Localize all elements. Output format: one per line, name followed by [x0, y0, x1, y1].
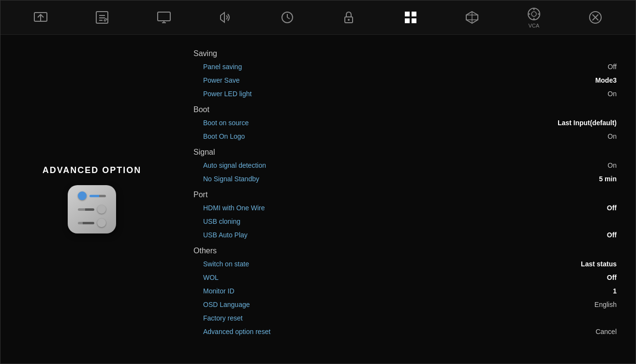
svg-point-24	[532, 12, 536, 16]
svg-marker-9	[221, 13, 224, 22]
value-monitor-id: 1	[520, 287, 617, 295]
panel-title: ADVANCED OPTION	[43, 165, 142, 175]
slider-track-1	[89, 195, 106, 197]
svg-line-12	[287, 17, 290, 19]
label-wol: WOL	[203, 274, 219, 281]
label-hdmi-wire: HDMI with One Wire	[203, 204, 265, 212]
row-auto-signal[interactable]: Auto signal detection On	[193, 159, 617, 172]
label-auto-signal: Auto signal detection	[203, 161, 266, 169]
svg-rect-15	[405, 12, 410, 16]
main-content: ADVANCED OPTION Saving Panel saving	[0, 35, 636, 364]
row-boot-source[interactable]: Boot on source Last Input(default)	[193, 116, 617, 130]
panel-icon	[68, 185, 116, 233]
nav-item-display[interactable]	[148, 6, 179, 29]
slider-row-1	[78, 191, 106, 200]
svg-rect-16	[412, 12, 416, 16]
row-panel-saving[interactable]: Panel saving Off	[193, 60, 617, 73]
slider-circle-1	[78, 191, 87, 200]
section-boot-header: Boot	[193, 105, 617, 114]
label-factory-reset: Factory reset	[203, 314, 243, 322]
slider-circle-3	[97, 218, 106, 227]
label-boot-source: Boot on source	[203, 119, 249, 127]
svg-rect-18	[412, 18, 416, 23]
settings-panel: Saving Panel saving Off Power Save Mode3…	[184, 44, 636, 354]
label-advanced-reset: Advanced option reset	[203, 328, 270, 335]
slider-track-3	[78, 222, 94, 224]
section-others-header: Others	[193, 247, 617, 255]
value-wol: Off	[520, 274, 617, 281]
label-usb-autoplay: USB Auto Play	[203, 231, 248, 239]
row-wol[interactable]: WOL Off	[193, 271, 617, 284]
nav-item-edit[interactable]	[87, 6, 118, 29]
value-no-signal: 5 min	[520, 175, 617, 183]
value-boot-logo: On	[520, 132, 617, 140]
nav-item-vca[interactable]: VCA	[518, 2, 549, 32]
svg-rect-6	[158, 12, 170, 21]
row-power-save[interactable]: Power Save Mode3	[193, 73, 617, 87]
value-power-led: On	[520, 90, 617, 98]
label-boot-logo: Boot On Logo	[203, 132, 245, 140]
label-usb-cloning: USB cloning	[203, 218, 240, 225]
label-power-led: Power LED light	[203, 90, 251, 98]
value-usb-autoplay: Off	[520, 231, 617, 239]
nav-item-advanced[interactable]	[395, 6, 426, 29]
value-power-save: Mode3	[520, 76, 617, 84]
nav-item-audio[interactable]	[210, 6, 241, 29]
value-panel-saving: Off	[520, 63, 617, 71]
value-advanced-reset: Cancel	[520, 328, 617, 335]
label-switch-state: Switch on state	[203, 260, 249, 268]
row-usb-cloning[interactable]: USB cloning	[193, 215, 617, 228]
slider-track-2	[78, 208, 94, 211]
row-boot-logo[interactable]: Boot On Logo On	[193, 130, 617, 143]
section-saving-header: Saving	[193, 49, 617, 58]
nav-item-close[interactable]	[580, 6, 611, 29]
row-hdmi-wire[interactable]: HDMI with One Wire Off	[193, 201, 617, 215]
nav-item-lock[interactable]	[333, 6, 364, 29]
top-navigation: VCA	[0, 0, 636, 35]
row-switch-state[interactable]: Switch on state Last status	[193, 257, 617, 271]
value-osd-language: English	[520, 301, 617, 308]
row-factory-reset[interactable]: Factory reset	[193, 311, 617, 325]
slider-row-3	[78, 218, 106, 227]
value-switch-state: Last status	[520, 260, 617, 268]
svg-point-14	[348, 19, 350, 21]
row-usb-autoplay[interactable]: USB Auto Play Off	[193, 228, 617, 242]
label-osd-language: OSD Language	[203, 301, 250, 308]
label-power-save: Power Save	[203, 76, 239, 84]
label-monitor-id: Monitor ID	[203, 287, 235, 295]
row-osd-language[interactable]: OSD Language English	[193, 298, 617, 311]
value-boot-source: Last Input(default)	[520, 119, 617, 127]
row-no-signal[interactable]: No Signal Standby 5 min	[193, 172, 617, 186]
value-auto-signal: On	[520, 161, 617, 169]
nav-item-time[interactable]	[272, 6, 303, 29]
svg-rect-17	[405, 18, 410, 23]
row-power-led[interactable]: Power LED light On	[193, 87, 617, 101]
row-monitor-id[interactable]: Monitor ID 1	[193, 284, 617, 298]
value-hdmi-wire: Off	[520, 204, 617, 212]
row-advanced-reset[interactable]: Advanced option reset Cancel	[193, 325, 617, 338]
vca-label: VCA	[528, 23, 539, 29]
nav-item-system[interactable]	[457, 6, 488, 29]
label-no-signal: No Signal Standby	[203, 175, 259, 183]
slider-row-2	[78, 205, 106, 214]
slider-circle-2	[97, 205, 106, 214]
nav-item-input[interactable]	[25, 6, 56, 29]
label-panel-saving: Panel saving	[203, 63, 242, 71]
section-signal-header: Signal	[193, 148, 617, 157]
section-port-header: Port	[193, 190, 617, 199]
left-panel: ADVANCED OPTION	[0, 44, 184, 354]
